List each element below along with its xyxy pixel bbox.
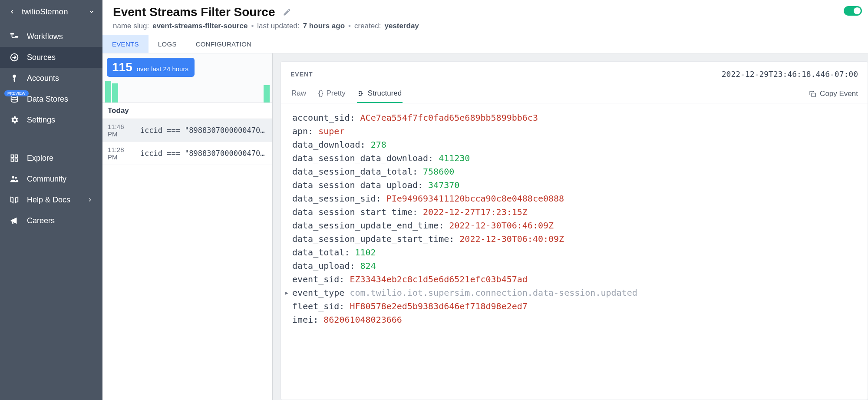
nav-accounts[interactable]: Accounts (0, 68, 102, 89)
svg-rect-7 (11, 155, 14, 158)
tab-logs[interactable]: LOGS (149, 35, 186, 53)
sources-icon (10, 53, 19, 62)
people-icon (10, 174, 19, 184)
nav-label: Explore (27, 154, 53, 163)
event-time: 11:28 PM (108, 146, 134, 161)
svg-rect-8 (15, 155, 18, 158)
view-pretty[interactable]: {} Pretty (317, 85, 347, 103)
back-icon[interactable] (8, 7, 17, 16)
event-expr: iccid === "8988307000000470532" (140, 126, 267, 135)
nav-label: Community (27, 175, 66, 184)
gear-icon (10, 115, 19, 125)
page-meta: name slug: event-streams-filter-source •… (113, 22, 858, 30)
json-field: fleet_sid: HF80578e2ed5b9383d646ef718d98… (292, 300, 856, 313)
json-field: data_total: 1102 (292, 246, 856, 259)
event-detail: EVENT 2022-12-29T23:46:18.446-07:00 Raw … (273, 53, 868, 400)
json-field: data_download: 278 (292, 138, 856, 152)
edit-icon[interactable] (283, 8, 291, 17)
nav-label: Sources (27, 53, 56, 62)
copy-icon (809, 90, 816, 98)
svg-point-4 (13, 75, 16, 78)
nav-workflows[interactable]: Workflows (0, 26, 102, 47)
svg-rect-9 (11, 159, 14, 162)
grid-icon (10, 153, 19, 163)
last-updated-label: last updated: (257, 22, 299, 30)
nav-sources[interactable]: Sources (0, 47, 102, 68)
event-row[interactable]: 11:28 PM iccid === "8988307000000470532" (102, 142, 272, 165)
json-field: data_session_data_download: 411230 (292, 152, 856, 165)
tab-configuration[interactable]: CONFIGURATION (186, 35, 261, 53)
megaphone-icon (10, 216, 19, 225)
primary-nav: Workflows Sources Accounts PREVIEW Data … (0, 23, 102, 231)
nav-explore[interactable]: Explore (0, 148, 102, 169)
nav-label: Help & Docs (27, 195, 70, 205)
svg-rect-15 (359, 95, 360, 96)
event-count: 115 (112, 61, 132, 73)
tree-icon (358, 90, 365, 97)
page-header: Event Streams Filter Source name slug: e… (102, 0, 868, 35)
event-label: EVENT (290, 71, 313, 78)
json-field: apn: super (292, 125, 856, 138)
svg-rect-1 (15, 36, 18, 38)
json-field[interactable]: event_type com.twilio.iot.supersim.conne… (292, 286, 856, 300)
svg-rect-16 (812, 93, 815, 97)
chevron-right-icon (87, 197, 93, 203)
workspace-name: twilioSlemon (22, 7, 83, 17)
view-tabs: Raw {} Pretty Structured Copy Event (281, 85, 868, 103)
created-label: created: (354, 22, 381, 30)
today-label: Today (102, 103, 272, 119)
view-structured[interactable]: Structured (357, 85, 403, 103)
nav-community[interactable]: Community (0, 169, 102, 189)
json-field: account_sid: ACe7ea554f7fc0fad65e689bb58… (292, 111, 856, 125)
svg-rect-14 (359, 93, 360, 94)
nav-label: Workflows (27, 32, 63, 41)
nav-settings[interactable]: Settings (0, 109, 102, 130)
events-list: 115 over last 24 hours Today 11:46 PM ic… (102, 53, 273, 400)
nav-careers[interactable]: Careers (0, 210, 102, 231)
json-field: data_session_start_time: 2022-12-27T17:2… (292, 205, 856, 219)
event-row[interactable]: 11:46 PM iccid === "8988307000000470532" (102, 119, 272, 142)
event-count-sub: over last 24 hours (137, 65, 188, 73)
tab-events[interactable]: EVENTS (102, 35, 149, 53)
view-raw[interactable]: Raw (290, 85, 307, 103)
created-value: yesterday (384, 22, 419, 30)
name-slug-value: event-streams-filter-source (152, 22, 248, 30)
nav-help-docs[interactable]: Help & Docs (0, 189, 102, 210)
json-field: event_sid: EZ33434eb2c8c1d5e6d6521efc03b… (292, 273, 856, 286)
event-json[interactable]: account_sid: ACe7ea554f7fc0fad65e689bb58… (281, 103, 868, 400)
nav-label: Data Stores (27, 95, 68, 104)
json-field: data_session_data_upload: 347370 (292, 179, 856, 192)
event-expr: iccid === "8988307000000470532" (140, 149, 267, 158)
json-field: data_session_sid: PIe949693411120bcca90c… (292, 192, 856, 205)
svg-point-11 (12, 176, 15, 179)
svg-rect-13 (359, 91, 360, 92)
page-title: Event Streams Filter Source (113, 5, 275, 19)
book-icon (10, 195, 19, 205)
braces-icon: {} (318, 89, 323, 98)
json-field: data_session_data_total: 758600 (292, 165, 856, 179)
event-count-pill: 115 over last 24 hours (107, 58, 195, 77)
nav-label: Accounts (27, 74, 59, 83)
sidebar: twilioSlemon Workflows Sources Accounts … (0, 0, 102, 400)
svg-point-12 (15, 177, 17, 179)
json-field: data_upload: 824 (292, 259, 856, 273)
chevron-down-icon (89, 9, 95, 15)
last-updated-value: 7 hours ago (303, 22, 345, 30)
nav-label: Settings (27, 116, 55, 125)
json-field: data_session_update_end_time: 2022-12-30… (292, 219, 856, 232)
source-tabs: EVENTS LOGS CONFIGURATION (102, 35, 868, 53)
accounts-icon (10, 73, 19, 83)
nav-data-stores[interactable]: PREVIEW Data Stores (0, 89, 102, 109)
copy-event-button[interactable]: Copy Event (809, 89, 858, 98)
event-time: 11:46 PM (108, 123, 134, 138)
json-field: imei: 862061048023666 (292, 313, 856, 327)
events-chart: 115 over last 24 hours (102, 53, 272, 103)
workflows-icon (10, 32, 19, 41)
enabled-toggle[interactable] (844, 6, 862, 16)
event-timestamp: 2022-12-29T23:46:18.446-07:00 (722, 69, 858, 79)
preview-badge: PREVIEW (4, 90, 29, 96)
svg-rect-10 (15, 159, 18, 162)
workspace-selector[interactable]: twilioSlemon (0, 0, 102, 23)
name-slug-label: name slug: (113, 22, 149, 30)
nav-label: Careers (27, 216, 55, 225)
